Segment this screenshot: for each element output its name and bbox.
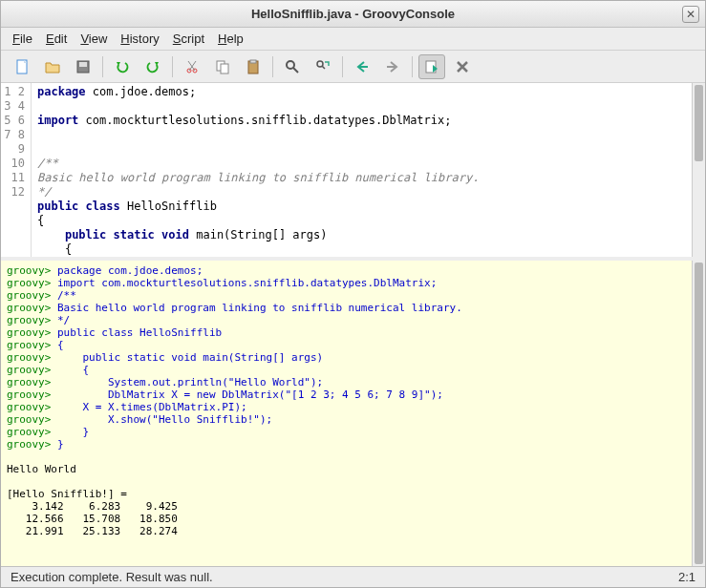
separator <box>412 56 413 77</box>
menu-file[interactable]: File <box>7 29 38 49</box>
clear-icon <box>455 59 470 74</box>
clear-output-button[interactable] <box>449 54 476 79</box>
svg-point-9 <box>287 61 294 69</box>
undo-button[interactable] <box>109 54 136 79</box>
menubar: FileEditViewHistoryScriptHelp <box>1 28 705 51</box>
separator <box>342 56 343 77</box>
output-pane: groovy> package com.jdoe.demos;groovy> i… <box>1 261 705 566</box>
window-close-button[interactable]: ✕ <box>682 6 699 23</box>
save-icon <box>75 59 91 74</box>
separator <box>272 56 273 77</box>
paste-button[interactable] <box>240 54 267 79</box>
menu-script[interactable]: Script <box>167 29 210 49</box>
code-editor[interactable]: package com.jdoe.demos; import com.mockt… <box>32 83 692 257</box>
arrow-left-icon <box>354 59 370 74</box>
content-area: 1 2 3 4 5 6 7 8 9 10 11 12 package com.j… <box>1 83 705 566</box>
svg-rect-6 <box>221 64 228 74</box>
menu-view[interactable]: View <box>75 29 113 49</box>
copy-icon <box>215 59 230 74</box>
run-script-button[interactable] <box>418 54 445 79</box>
find-icon <box>285 59 300 74</box>
svg-rect-8 <box>250 60 256 63</box>
output-console[interactable]: groovy> package com.jdoe.demos;groovy> i… <box>1 261 692 566</box>
close-icon: ✕ <box>686 8 695 21</box>
cursor-position: 2:1 <box>678 570 695 584</box>
replace-button[interactable] <box>310 54 336 79</box>
separator <box>172 56 173 77</box>
replace-icon <box>315 59 331 74</box>
undo-icon <box>115 59 130 74</box>
output-scrollbar[interactable] <box>692 261 705 566</box>
history-forward-button[interactable] <box>379 54 406 79</box>
toolbar <box>1 51 705 83</box>
history-back-button[interactable] <box>349 54 375 79</box>
status-message: Execution complete. Result was null. <box>11 570 213 584</box>
find-button[interactable] <box>279 54 306 79</box>
scrollbar-thumb[interactable] <box>695 262 703 564</box>
new-file-button[interactable] <box>9 54 35 79</box>
paste-icon <box>246 59 261 74</box>
statusbar: Execution complete. Result was null. 2:1 <box>1 566 705 587</box>
run-icon <box>424 59 439 74</box>
separator <box>102 56 103 77</box>
arrow-right-icon <box>385 59 400 74</box>
file-icon <box>14 59 30 74</box>
titlebar[interactable]: HelloSnifflib.java - GroovyConsole ✕ <box>1 1 705 28</box>
app-window: HelloSnifflib.java - GroovyConsole ✕ Fil… <box>0 0 706 588</box>
redo-icon <box>145 59 160 74</box>
folder-open-icon <box>45 59 60 74</box>
copy-button[interactable] <box>209 54 236 79</box>
editor-pane: 1 2 3 4 5 6 7 8 9 10 11 12 package com.j… <box>1 83 705 261</box>
menu-edit[interactable]: Edit <box>40 29 73 49</box>
cut-button[interactable] <box>179 54 205 79</box>
svg-rect-2 <box>79 62 87 67</box>
save-button[interactable] <box>70 54 96 79</box>
menu-history[interactable]: History <box>115 29 164 49</box>
window-title: HelloSnifflib.java - GroovyConsole <box>251 7 455 21</box>
editor-scrollbar[interactable] <box>692 83 705 257</box>
menu-help[interactable]: Help <box>212 29 249 49</box>
scrollbar-thumb[interactable] <box>695 85 703 161</box>
open-file-button[interactable] <box>39 54 66 79</box>
redo-button[interactable] <box>139 54 166 79</box>
scissors-icon <box>184 59 200 74</box>
line-gutter: 1 2 3 4 5 6 7 8 9 10 11 12 <box>1 83 32 257</box>
